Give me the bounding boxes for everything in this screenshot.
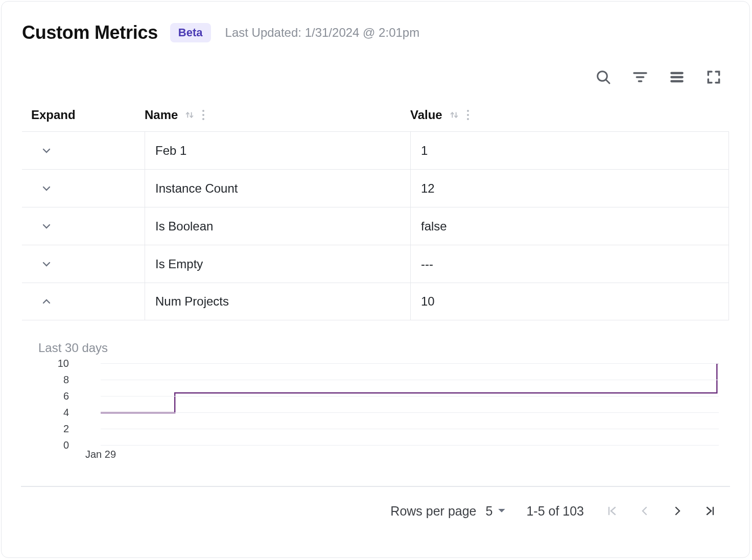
table-row: Instance Count 12 bbox=[22, 169, 729, 207]
prev-page-button[interactable] bbox=[637, 503, 652, 519]
rows-per-page-label: Rows per page bbox=[390, 504, 476, 519]
svg-point-12 bbox=[467, 114, 469, 116]
cell-value: 1 bbox=[410, 132, 729, 169]
last-page-button[interactable] bbox=[702, 503, 718, 519]
svg-point-11 bbox=[467, 110, 469, 112]
column-header-value[interactable]: Value bbox=[410, 108, 729, 122]
table-body: Feb 1 1 Instance Count 12 Is Boolean fal… bbox=[22, 131, 729, 320]
caret-down-icon bbox=[498, 507, 506, 515]
y-tick-label: 6 bbox=[63, 390, 69, 402]
page-range-label: 1-5 of 103 bbox=[526, 504, 584, 519]
metrics-card: Custom Metrics Beta Last Updated: 1/31/2… bbox=[1, 1, 750, 558]
table-row: Num Projects 10 bbox=[22, 283, 729, 320]
cell-value: 10 bbox=[410, 283, 729, 320]
cell-name: Is Empty bbox=[145, 245, 410, 283]
beta-badge: Beta bbox=[170, 23, 211, 42]
fullscreen-icon[interactable] bbox=[704, 68, 723, 86]
expand-toggle[interactable] bbox=[39, 257, 54, 271]
sort-icon[interactable] bbox=[449, 109, 460, 121]
cell-name: Is Boolean bbox=[145, 207, 410, 245]
svg-line-1 bbox=[606, 80, 609, 83]
cell-name: Num Projects bbox=[145, 283, 410, 320]
table-row: Is Empty --- bbox=[22, 245, 729, 283]
column-header-expand[interactable]: Expand bbox=[22, 108, 145, 122]
svg-point-8 bbox=[202, 110, 204, 112]
cell-name: Feb 1 bbox=[145, 132, 410, 169]
expand-toggle[interactable] bbox=[39, 181, 54, 196]
density-icon[interactable] bbox=[668, 68, 686, 86]
y-tick-label: 4 bbox=[63, 407, 69, 418]
y-tick-label: 2 bbox=[63, 423, 69, 435]
expand-toggle[interactable] bbox=[39, 294, 54, 309]
column-label: Value bbox=[410, 108, 442, 122]
cell-name: Instance Count bbox=[145, 170, 410, 207]
y-tick-label: 10 bbox=[58, 358, 69, 369]
table-row: Is Boolean false bbox=[22, 207, 729, 245]
rows-per-page-select[interactable]: 5 bbox=[486, 504, 506, 519]
next-page-button[interactable] bbox=[670, 503, 685, 519]
svg-point-9 bbox=[202, 114, 204, 116]
page-title: Custom Metrics bbox=[22, 22, 158, 43]
cell-value: false bbox=[410, 207, 729, 245]
rows-per-page: Rows per page 5 bbox=[390, 504, 506, 519]
column-menu-icon[interactable] bbox=[201, 109, 205, 121]
svg-point-13 bbox=[467, 118, 469, 120]
filter-icon[interactable] bbox=[631, 68, 649, 86]
column-header-name[interactable]: Name bbox=[145, 108, 410, 122]
cell-value: --- bbox=[410, 245, 729, 283]
metrics-table: Expand Name Value bbox=[22, 101, 729, 320]
expand-toggle[interactable] bbox=[39, 219, 54, 234]
table-header: Expand Name Value bbox=[22, 101, 729, 131]
sort-icon[interactable] bbox=[184, 109, 195, 121]
x-tick-label: Jan 29 bbox=[85, 449, 116, 460]
pager bbox=[604, 503, 718, 519]
pagination-bar: Rows per page 5 1-5 of 103 bbox=[21, 486, 730, 535]
search-icon[interactable] bbox=[594, 68, 613, 86]
column-label: Expand bbox=[31, 108, 76, 122]
cell-value: 12 bbox=[410, 170, 729, 207]
column-label: Name bbox=[145, 108, 178, 122]
last-updated-label: Last Updated: 1/31/2024 @ 2:01pm bbox=[225, 26, 420, 40]
column-menu-icon[interactable] bbox=[466, 109, 470, 121]
header: Custom Metrics Beta Last Updated: 1/31/2… bbox=[22, 22, 729, 43]
rows-per-page-value: 5 bbox=[486, 504, 493, 519]
y-tick-label: 8 bbox=[63, 374, 69, 386]
first-page-button[interactable] bbox=[604, 503, 620, 519]
table-toolbar bbox=[22, 68, 729, 86]
svg-point-10 bbox=[202, 118, 204, 120]
y-tick-label: 0 bbox=[63, 439, 69, 451]
chart: 0246810Jan 29 bbox=[73, 363, 719, 445]
chart-title: Last 30 days bbox=[38, 341, 729, 355]
expand-toggle[interactable] bbox=[39, 144, 54, 158]
table-row: Feb 1 1 bbox=[22, 131, 729, 169]
